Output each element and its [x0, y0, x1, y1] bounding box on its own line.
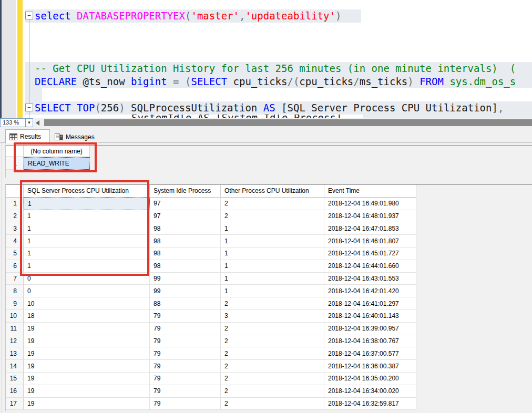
- grid-cell[interactable]: 88: [150, 297, 221, 310]
- grid-cell[interactable]: 99: [150, 273, 221, 285]
- grid-cell[interactable]: 2018-12-04 16:49:01.980: [324, 198, 416, 210]
- ssms-window: select DATABASEPROPERTYEX('master','upda…: [0, 0, 532, 413]
- grid-cell[interactable]: 1: [221, 273, 324, 285]
- grid-cell[interactable]: 0: [24, 285, 150, 297]
- grid-cell[interactable]: 98: [150, 235, 221, 247]
- grid-cell[interactable]: 19: [24, 360, 150, 373]
- grid-cell[interactable]: 2018-12-04 16:46:01.807: [324, 235, 416, 247]
- pane-edge-line: [2, 143, 2, 413]
- grid-cell[interactable]: 79: [150, 347, 221, 360]
- grid-cell[interactable]: 2018-12-04 16:47:01.853: [324, 222, 416, 235]
- grid-cell[interactable]: 98: [150, 247, 221, 260]
- column-header-other-cpu[interactable]: Other Process CPU Utilization: [221, 185, 324, 198]
- grid-cell[interactable]: 2018-12-04 16:48:01.937: [324, 210, 416, 223]
- grid-cell[interactable]: 2018-12-04 16:32:59.817: [324, 398, 416, 410]
- grid-cell[interactable]: 2018-12-04 16:35:00.200: [324, 373, 416, 385]
- results-pane: (No column name) 1 READ_WRITE SQL Server…: [0, 143, 532, 413]
- grid-cell[interactable]: 19: [24, 323, 150, 335]
- grid-cell[interactable]: 2: [221, 373, 324, 385]
- sql-line-comment[interactable]: -- Get CPU Utilization History for last …: [35, 62, 516, 75]
- grid-cell[interactable]: 98: [150, 260, 221, 273]
- grid-cell[interactable]: 2: [221, 323, 324, 335]
- grid-cell[interactable]: 79: [150, 385, 221, 398]
- table-row: 15197922018-12-04 16:35:00.200: [6, 373, 532, 385]
- grid-cell[interactable]: 1: [221, 247, 324, 260]
- grid-cell[interactable]: 2: [221, 297, 324, 310]
- grid-cell[interactable]: 2018-12-04 16:37:00.577: [324, 347, 416, 360]
- grid-cell[interactable]: 97: [150, 210, 221, 223]
- grid-cell[interactable]: 2018-12-04 16:39:00.957: [324, 323, 416, 335]
- row-number[interactable]: 14: [6, 360, 24, 373]
- row-number[interactable]: 15: [6, 373, 24, 385]
- grid-cell[interactable]: 79: [150, 373, 221, 385]
- scroll-left-arrow-icon[interactable]: [36, 120, 39, 126]
- grid-cell[interactable]: 1: [221, 260, 324, 273]
- grid-cell[interactable]: 79: [150, 323, 221, 335]
- grid-cell[interactable]: 19: [24, 398, 150, 410]
- grid-cell[interactable]: 2: [221, 398, 324, 410]
- row-number[interactable]: 10: [6, 310, 24, 323]
- grid-cell[interactable]: 2018-12-04 16:38:00.767: [324, 335, 416, 348]
- changed-lines-indicator: [17, 0, 23, 118]
- horizontal-scrollbar-thumb[interactable]: [44, 119, 532, 126]
- sql-editor[interactable]: select DATABASEPROPERTYEX('master','upda…: [0, 0, 532, 118]
- sql-line-clipped[interactable]: SystemIdle AS [System Idle Process],: [35, 115, 371, 118]
- grid-cell[interactable]: 2018-12-04 16:45:01.727: [324, 247, 416, 260]
- grid-cell[interactable]: 97: [150, 198, 221, 210]
- grid-cell[interactable]: 2: [221, 385, 324, 398]
- sql-line-declare[interactable]: DECLARE @ts_now bigint = (SELECT cpu_tic…: [35, 75, 516, 88]
- collapse-region-toggle[interactable]: −: [25, 104, 33, 111]
- grid-cell[interactable]: 2: [221, 360, 324, 373]
- grid-cell[interactable]: 19: [24, 347, 150, 360]
- zoom-dropdown-arrow-icon[interactable]: ▼: [25, 118, 33, 127]
- editor-glyph-margin: [2, 0, 16, 118]
- grid-cell[interactable]: 79: [150, 310, 221, 323]
- grid-cell[interactable]: 79: [150, 360, 221, 373]
- row-number[interactable]: 13: [6, 347, 24, 360]
- column-header-event-time[interactable]: Event Time: [324, 185, 416, 198]
- table-row: 17197922018-12-04 16:32:59.817: [6, 398, 532, 410]
- grid-cell[interactable]: 2: [221, 210, 324, 223]
- grid-cell[interactable]: 2: [221, 335, 324, 348]
- grid-cell[interactable]: 19: [24, 335, 150, 348]
- grid-cell[interactable]: 79: [150, 335, 221, 348]
- row-number[interactable]: 12: [6, 335, 24, 348]
- row-number[interactable]: 16: [6, 385, 24, 398]
- grid-cell[interactable]: 1: [221, 235, 324, 247]
- row-number[interactable]: 17: [6, 398, 24, 410]
- grid-cell[interactable]: 18: [24, 310, 150, 323]
- statement-highlight: [363, 115, 532, 118]
- sql-line-select-databaseproperty[interactable]: select DATABASEPROPERTYEX('master','upda…: [35, 9, 341, 23]
- grid-cell[interactable]: 19: [24, 385, 150, 398]
- grid-cell[interactable]: 19: [24, 373, 150, 385]
- grid-cell[interactable]: 3: [221, 310, 324, 323]
- grid-cell[interactable]: 1: [221, 222, 324, 235]
- row-number[interactable]: 11: [6, 323, 24, 335]
- grid-cell[interactable]: 2018-12-04 16:41:01.297: [324, 297, 416, 310]
- sql-line-select-top[interactable]: SELECT TOP(256) SQLProcessUtilization AS…: [35, 101, 504, 115]
- table-row: 14197922018-12-04 16:36:00.387: [6, 360, 532, 373]
- grid-cell[interactable]: 2018-12-04 16:43:01.553: [324, 273, 416, 285]
- grid-cell[interactable]: 2018-12-04 16:34:00.020: [324, 385, 416, 398]
- grid-cell[interactable]: 2018-12-04 16:44:01.660: [324, 260, 416, 273]
- grid-cell[interactable]: 2: [221, 347, 324, 360]
- collapse-region-toggle[interactable]: −: [25, 12, 33, 19]
- tab-results[interactable]: Results: [5, 129, 50, 143]
- row-number[interactable]: 8: [6, 285, 24, 297]
- grid-cell[interactable]: 2018-12-04 16:36:00.387: [324, 360, 416, 373]
- grid-cell[interactable]: 2018-12-04 16:40:01.143: [324, 310, 416, 323]
- row-number[interactable]: 9: [6, 297, 24, 310]
- grid-cell[interactable]: 10: [24, 297, 150, 310]
- grid-cell[interactable]: 98: [150, 222, 221, 235]
- grid-cell[interactable]: 99: [150, 285, 221, 297]
- grid-cell[interactable]: 1: [221, 285, 324, 297]
- table-row: 809912018-12-04 16:42:01.420: [6, 285, 532, 297]
- tab-results-label: Results: [20, 133, 41, 140]
- tab-messages[interactable]: Messages: [51, 131, 98, 143]
- messages-icon: [55, 133, 63, 141]
- grid-cell[interactable]: 2: [221, 198, 324, 210]
- grid-cell[interactable]: 2018-12-04 16:42:01.420: [324, 285, 416, 297]
- grid-cell[interactable]: 79: [150, 398, 221, 410]
- zoom-level-combobox[interactable]: 133 %: [0, 118, 26, 127]
- column-header-system-idle[interactable]: System Idle Process: [150, 185, 221, 198]
